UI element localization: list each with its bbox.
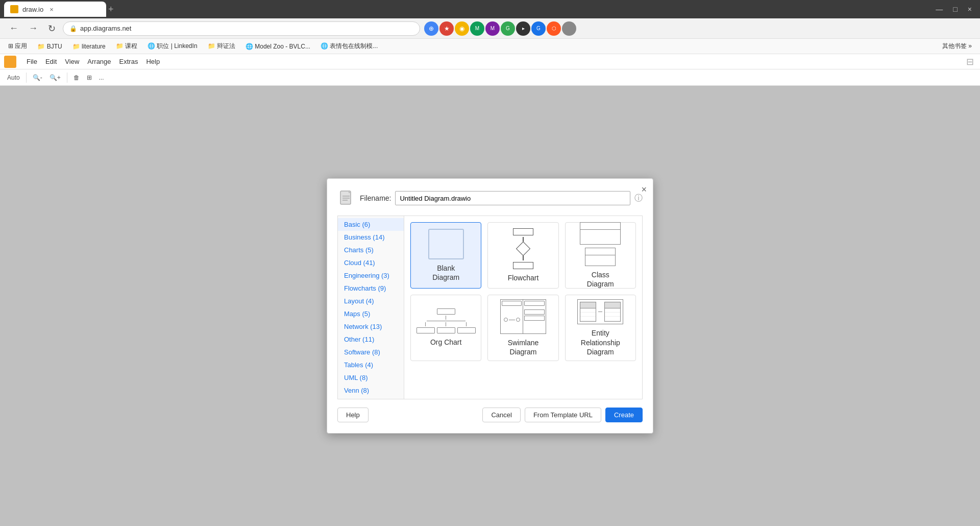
sidebar-item-venn[interactable]: Venn (8) <box>338 384 404 397</box>
window-close-button[interactable]: × <box>964 4 976 14</box>
dialog-overlay: × Filename: ⓘ <box>0 86 980 526</box>
template-blank[interactable]: BlankDiagram <box>410 222 481 289</box>
dialog-close-button[interactable]: × <box>641 185 647 194</box>
org-hline <box>427 321 465 321</box>
erd-preview <box>577 299 623 324</box>
filename-input[interactable] <box>395 191 630 205</box>
erd-label: EntityRelationshipDiagram <box>581 328 620 356</box>
ext-icon-6[interactable]: G <box>501 21 515 36</box>
toolbar-delete[interactable]: 🗑 <box>70 73 83 83</box>
browser-tab[interactable]: draw.io × <box>4 2 106 17</box>
panel-toggle-icon[interactable]: ⊟ <box>964 54 976 69</box>
template-class[interactable]: ClassDiagram <box>565 222 636 289</box>
file-icon <box>337 189 356 207</box>
org-vline-m <box>446 322 446 326</box>
sidebar-item-maps[interactable]: Maps (5) <box>338 307 404 320</box>
toolbar-zoom-in[interactable]: 🔍+ <box>46 73 64 83</box>
bookmark-modelzoo[interactable]: 🌐 Model Zoo - BVLC... <box>241 42 314 51</box>
from-template-url-button[interactable]: From Template URL <box>525 408 601 422</box>
new-tab-button[interactable]: + <box>108 4 114 15</box>
toolbar-zoom-out[interactable]: 🔍- <box>30 73 45 83</box>
erd-header-1 <box>580 302 596 308</box>
profile-avatar[interactable] <box>562 21 576 36</box>
ext-icon-5[interactable]: M <box>485 21 500 36</box>
swimlane-preview <box>500 299 546 334</box>
ext-icon-3[interactable]: ◉ <box>455 21 469 36</box>
template-erd[interactable]: EntityRelationshipDiagram <box>565 295 636 361</box>
ext-icon-7[interactable]: ▸ <box>516 21 530 36</box>
menu-file[interactable]: File <box>22 56 41 67</box>
template-org[interactable]: Org Chart <box>410 295 481 361</box>
template-swimlane[interactable]: SwimlaneDiagram <box>487 295 558 361</box>
bookmark-other[interactable]: 其他书签 » <box>938 41 976 52</box>
dialog-body: Basic (6) Business (14) Charts (5) Cloud… <box>337 216 643 399</box>
bookmark-course[interactable]: 📁 课程 <box>112 41 141 52</box>
sidebar-item-business[interactable]: Business (14) <box>338 231 404 244</box>
org-bottom-row <box>416 322 476 333</box>
drawio-tab-icon <box>10 5 18 13</box>
sidebar-item-tables[interactable]: Tables (4) <box>338 358 404 371</box>
bookmarks-bar: ⊞ 应用 📁 BJTU 📁 literature 📁 课程 🌐 职位 | Lin… <box>0 39 980 54</box>
class-box-2 <box>585 248 616 266</box>
template-flowchart[interactable]: Flowchart <box>487 222 558 289</box>
ext-icon-4[interactable]: M <box>470 21 484 36</box>
bookmark-bjtu[interactable]: 📁 BJTU <box>33 42 66 51</box>
address-bar[interactable]: 🔒 app.diagrams.net <box>63 21 420 36</box>
menu-view[interactable]: View <box>61 56 83 67</box>
fc-start <box>513 228 533 235</box>
toolbar-format[interactable]: ⊞ <box>84 73 95 83</box>
erd-table-2 <box>604 302 621 322</box>
menu-arrange[interactable]: Arrange <box>83 56 115 67</box>
toolbar-undo[interactable]: Auto <box>4 73 23 83</box>
maximize-button[interactable]: □ <box>949 4 961 14</box>
bookmark-literature[interactable]: 📁 literature <box>68 42 110 51</box>
org-mid <box>437 327 455 333</box>
sidebar-item-software[interactable]: Software (8) <box>338 346 404 358</box>
sidebar-item-charts[interactable]: Charts (5) <box>338 244 404 256</box>
forward-button[interactable]: → <box>26 22 41 35</box>
browser-extensions: ⊕ ★ ◉ M M G ▸ G ⬡ <box>424 21 576 36</box>
ext-icon-9[interactable]: ⬡ <box>547 21 561 36</box>
menu-help[interactable]: Help <box>142 56 164 67</box>
sidebar-item-cloud[interactable]: Cloud (41) <box>338 256 404 269</box>
blank-label: BlankDiagram <box>432 264 459 282</box>
create-button[interactable]: Create <box>605 408 643 422</box>
sidebar-item-other[interactable]: Other (11) <box>338 333 404 346</box>
org-preview <box>416 308 476 333</box>
swimlane-item-1 <box>502 301 522 306</box>
sidebar-item-layout[interactable]: Layout (4) <box>338 295 404 307</box>
erd-row-2-3 <box>605 317 620 321</box>
sidebar-item-flowcharts[interactable]: Flowcharts (9) <box>338 282 404 295</box>
back-button[interactable]: ← <box>6 22 21 35</box>
sidebar-item-engineering[interactable]: Engineering (3) <box>338 269 404 282</box>
drawio-logo <box>4 56 16 68</box>
bookmark-apps[interactable]: ⊞ 应用 <box>4 41 31 52</box>
menu-edit[interactable]: Edit <box>41 56 61 67</box>
tab-close-button[interactable]: × <box>50 6 54 13</box>
class-header-1 <box>580 223 620 230</box>
ext-icon-8[interactable]: G <box>531 21 546 36</box>
document-icon <box>338 190 355 206</box>
org-vline-r <box>466 322 467 326</box>
org-left <box>416 327 435 333</box>
help-button[interactable]: Help <box>337 408 369 422</box>
toolbar-more[interactable]: ... <box>96 73 107 83</box>
browser-navbar: ← → ↻ 🔒 app.diagrams.net ⊕ ★ ◉ M M G ▸ G… <box>0 18 980 39</box>
cancel-button[interactable]: Cancel <box>482 408 520 422</box>
org-right <box>457 327 476 333</box>
sidebar-item-basic[interactable]: Basic (6) <box>338 218 404 231</box>
minimize-button[interactable]: — <box>932 4 947 14</box>
ext-icon-1[interactable]: ⊕ <box>424 21 438 36</box>
ext-icon-2[interactable]: ★ <box>439 21 454 36</box>
menu-extras[interactable]: Extras <box>115 56 142 67</box>
bookmark-linkedin[interactable]: 🌐 职位 | LinkedIn <box>143 41 202 52</box>
bookmark-debate[interactable]: 📁 辩证法 <box>204 41 239 52</box>
swimlane-lane-2 <box>523 300 546 333</box>
sidebar-item-network[interactable]: Network (13) <box>338 320 404 333</box>
refresh-button[interactable]: ↻ <box>45 22 59 35</box>
swimlane-label: SwimlaneDiagram <box>508 338 539 356</box>
sidebar-item-uml[interactable]: UML (8) <box>338 371 404 384</box>
toolbar-sep-2 <box>67 73 67 83</box>
org-vline-l <box>425 322 426 326</box>
bookmark-emoji[interactable]: 🌐 表情包在线制模... <box>316 41 382 52</box>
